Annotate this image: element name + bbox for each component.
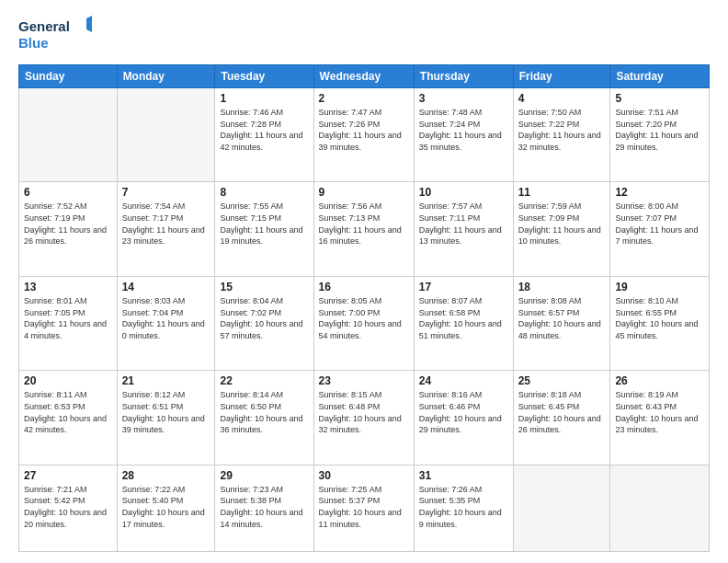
day-number: 2 (319, 92, 409, 105)
calendar-cell: 22Sunrise: 8:14 AM Sunset: 6:50 PM Dayli… (215, 371, 313, 465)
day-info: Sunrise: 7:51 AM Sunset: 7:20 PM Dayligh… (615, 107, 704, 153)
day-number: 14 (122, 281, 210, 293)
day-number: 23 (319, 374, 409, 387)
day-info: Sunrise: 7:48 AM Sunset: 7:24 PM Dayligh… (419, 107, 508, 153)
calendar-cell: 27Sunrise: 7:21 AM Sunset: 5:42 PM Dayli… (19, 465, 118, 551)
day-info: Sunrise: 8:08 AM Sunset: 6:57 PM Dayligh… (518, 295, 606, 341)
svg-text:General: General (18, 18, 70, 34)
day-info: Sunrise: 8:07 AM Sunset: 6:58 PM Dayligh… (419, 295, 508, 341)
calendar-row-2: 13Sunrise: 8:01 AM Sunset: 7:05 PM Dayli… (19, 276, 710, 370)
day-info: Sunrise: 7:55 AM Sunset: 7:15 PM Dayligh… (220, 201, 308, 247)
day-number: 4 (518, 92, 606, 105)
svg-text:Blue: Blue (18, 35, 49, 51)
day-number: 5 (615, 92, 704, 105)
day-info: Sunrise: 7:25 AM Sunset: 5:37 PM Dayligh… (319, 484, 409, 530)
day-number: 20 (24, 374, 112, 387)
weekday-header-saturday: Saturday (610, 65, 710, 88)
day-info: Sunrise: 8:12 AM Sunset: 6:51 PM Dayligh… (122, 389, 210, 435)
calendar-cell (610, 465, 710, 551)
day-info: Sunrise: 7:59 AM Sunset: 7:09 PM Dayligh… (518, 201, 606, 247)
weekday-header-row: SundayMondayTuesdayWednesdayThursdayFrid… (19, 65, 710, 88)
weekday-header-sunday: Sunday (19, 65, 118, 88)
calendar-cell: 20Sunrise: 8:11 AM Sunset: 6:53 PM Dayli… (19, 371, 118, 465)
calendar-cell: 30Sunrise: 7:25 AM Sunset: 5:37 PM Dayli… (313, 465, 414, 551)
calendar-cell: 14Sunrise: 8:03 AM Sunset: 7:04 PM Dayli… (117, 276, 215, 370)
weekday-header-friday: Friday (513, 65, 610, 88)
logo-svg: General Blue (18, 15, 92, 55)
day-number: 21 (122, 374, 210, 387)
day-info: Sunrise: 8:10 AM Sunset: 6:55 PM Dayligh… (615, 295, 704, 341)
calendar-cell: 10Sunrise: 7:57 AM Sunset: 7:11 PM Dayli… (414, 182, 513, 276)
day-info: Sunrise: 7:54 AM Sunset: 7:17 PM Dayligh… (122, 201, 210, 247)
day-info: Sunrise: 8:01 AM Sunset: 7:05 PM Dayligh… (24, 295, 112, 341)
calendar-row-1: 6Sunrise: 7:52 AM Sunset: 7:19 PM Daylig… (19, 182, 710, 276)
day-info: Sunrise: 8:00 AM Sunset: 7:07 PM Dayligh… (615, 201, 704, 247)
calendar-cell (117, 88, 215, 182)
day-info: Sunrise: 7:52 AM Sunset: 7:19 PM Dayligh… (24, 201, 112, 247)
calendar-cell: 26Sunrise: 8:19 AM Sunset: 6:43 PM Dayli… (610, 371, 710, 465)
calendar-cell (19, 88, 118, 182)
day-info: Sunrise: 8:11 AM Sunset: 6:53 PM Dayligh… (24, 389, 112, 435)
day-number: 1 (220, 92, 308, 105)
day-number: 15 (220, 281, 308, 293)
calendar-row-3: 20Sunrise: 8:11 AM Sunset: 6:53 PM Dayli… (19, 371, 710, 465)
day-number: 30 (319, 469, 409, 482)
day-number: 29 (220, 469, 308, 482)
day-number: 24 (419, 374, 508, 387)
weekday-header-tuesday: Tuesday (215, 65, 313, 88)
calendar-cell: 13Sunrise: 8:01 AM Sunset: 7:05 PM Dayli… (19, 276, 118, 370)
day-number: 26 (615, 374, 704, 387)
calendar-cell: 8Sunrise: 7:55 AM Sunset: 7:15 PM Daylig… (215, 182, 313, 276)
day-number: 8 (220, 186, 308, 199)
day-number: 22 (220, 374, 308, 387)
calendar-row-0: 1Sunrise: 7:46 AM Sunset: 7:28 PM Daylig… (19, 88, 710, 182)
calendar-cell: 1Sunrise: 7:46 AM Sunset: 7:28 PM Daylig… (215, 88, 313, 182)
day-info: Sunrise: 8:04 AM Sunset: 7:02 PM Dayligh… (220, 295, 308, 341)
calendar-row-4: 27Sunrise: 7:21 AM Sunset: 5:42 PM Dayli… (19, 465, 710, 551)
day-info: Sunrise: 8:19 AM Sunset: 6:43 PM Dayligh… (615, 389, 704, 435)
calendar-cell: 23Sunrise: 8:15 AM Sunset: 6:48 PM Dayli… (313, 371, 414, 465)
calendar-cell (513, 465, 610, 551)
day-info: Sunrise: 7:21 AM Sunset: 5:42 PM Dayligh… (24, 484, 112, 530)
day-info: Sunrise: 7:26 AM Sunset: 5:35 PM Dayligh… (419, 484, 508, 530)
calendar-cell: 16Sunrise: 8:05 AM Sunset: 7:00 PM Dayli… (313, 276, 414, 370)
day-info: Sunrise: 8:05 AM Sunset: 7:00 PM Dayligh… (319, 295, 409, 341)
calendar-cell: 11Sunrise: 7:59 AM Sunset: 7:09 PM Dayli… (513, 182, 610, 276)
weekday-header-thursday: Thursday (414, 65, 513, 88)
day-number: 25 (518, 374, 606, 387)
calendar-cell: 4Sunrise: 7:50 AM Sunset: 7:22 PM Daylig… (513, 88, 610, 182)
day-info: Sunrise: 8:15 AM Sunset: 6:48 PM Dayligh… (319, 389, 409, 435)
calendar-cell: 6Sunrise: 7:52 AM Sunset: 7:19 PM Daylig… (19, 182, 118, 276)
day-info: Sunrise: 7:47 AM Sunset: 7:26 PM Dayligh… (319, 107, 409, 153)
day-number: 17 (419, 281, 508, 293)
day-number: 27 (24, 469, 112, 482)
day-number: 12 (615, 186, 704, 199)
calendar-cell: 18Sunrise: 8:08 AM Sunset: 6:57 PM Dayli… (513, 276, 610, 370)
calendar-cell: 15Sunrise: 8:04 AM Sunset: 7:02 PM Dayli… (215, 276, 313, 370)
day-info: Sunrise: 7:57 AM Sunset: 7:11 PM Dayligh… (419, 201, 508, 247)
calendar-cell: 12Sunrise: 8:00 AM Sunset: 7:07 PM Dayli… (610, 182, 710, 276)
day-number: 3 (419, 92, 508, 105)
day-number: 11 (518, 186, 606, 199)
day-info: Sunrise: 7:50 AM Sunset: 7:22 PM Dayligh… (518, 107, 606, 153)
day-number: 9 (319, 186, 409, 199)
weekday-header-monday: Monday (117, 65, 215, 88)
day-number: 28 (122, 469, 210, 482)
calendar-cell: 5Sunrise: 7:51 AM Sunset: 7:20 PM Daylig… (610, 88, 710, 182)
calendar-cell: 2Sunrise: 7:47 AM Sunset: 7:26 PM Daylig… (313, 88, 414, 182)
day-info: Sunrise: 8:14 AM Sunset: 6:50 PM Dayligh… (220, 389, 308, 435)
calendar-cell: 17Sunrise: 8:07 AM Sunset: 6:58 PM Dayli… (414, 276, 513, 370)
day-info: Sunrise: 7:56 AM Sunset: 7:13 PM Dayligh… (319, 201, 409, 247)
header: General Blue (18, 15, 710, 55)
day-info: Sunrise: 7:22 AM Sunset: 5:40 PM Dayligh… (122, 484, 210, 530)
calendar-cell: 19Sunrise: 8:10 AM Sunset: 6:55 PM Dayli… (610, 276, 710, 370)
logo: General Blue (18, 15, 92, 55)
day-number: 10 (419, 186, 508, 199)
day-info: Sunrise: 8:16 AM Sunset: 6:46 PM Dayligh… (419, 389, 508, 435)
day-number: 6 (24, 186, 112, 199)
calendar-table: SundayMondayTuesdayWednesdayThursdayFrid… (18, 64, 710, 552)
calendar-cell: 24Sunrise: 8:16 AM Sunset: 6:46 PM Dayli… (414, 371, 513, 465)
day-info: Sunrise: 7:46 AM Sunset: 7:28 PM Dayligh… (220, 107, 308, 153)
day-number: 18 (518, 281, 606, 293)
day-info: Sunrise: 7:23 AM Sunset: 5:38 PM Dayligh… (220, 484, 308, 530)
